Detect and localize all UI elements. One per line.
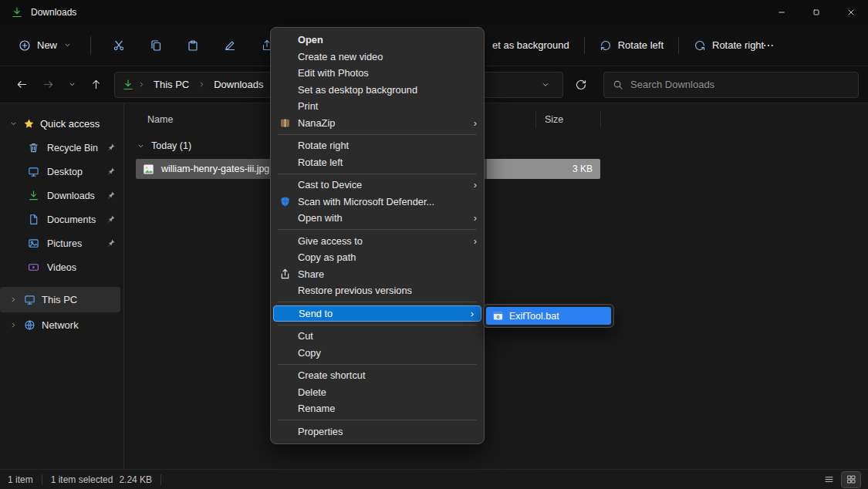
column-headers: Name Size — [124, 108, 868, 131]
submenu-arrow-icon: › — [464, 309, 474, 319]
chevron-down-icon — [137, 142, 145, 150]
column-header-name[interactable]: Name — [147, 114, 173, 125]
see-more-button[interactable] — [755, 33, 782, 58]
menu-item-create-a-new-video[interactable]: Create a new video — [271, 49, 484, 66]
bat-file-icon — [492, 310, 504, 322]
search-input[interactable] — [630, 79, 849, 90]
menu-separator — [278, 134, 477, 135]
menu-item-create-shortcut[interactable]: Create shortcut — [271, 367, 484, 384]
close-button[interactable] — [833, 0, 868, 25]
icon-gutter — [279, 140, 291, 152]
forward-button[interactable] — [35, 73, 60, 97]
chevron-down-icon — [63, 41, 72, 49]
breadcrumb-this-pc[interactable]: This PC — [148, 76, 194, 93]
sidebar-item-documents[interactable]: Documents — [0, 207, 123, 231]
sidebar-item-downloads[interactable]: Downloads — [0, 184, 123, 207]
pin-icon — [106, 238, 116, 248]
selection-count: 1 item selected — [51, 474, 113, 485]
shield-icon — [279, 195, 291, 207]
menu-item-give-access-to[interactable]: Give access to› — [271, 233, 484, 250]
send-to-submenu: ExifTool.bat — [483, 304, 614, 328]
back-button[interactable] — [9, 73, 34, 97]
location-downloads-icon — [122, 79, 134, 91]
plus-icon — [19, 39, 31, 52]
icon-gutter — [279, 67, 291, 79]
minimize-button[interactable] — [764, 0, 799, 25]
menu-item-cast-to-device[interactable]: Cast to Device› — [271, 177, 484, 194]
cut-button[interactable] — [103, 32, 135, 59]
menu-item-delete[interactable]: Delete — [271, 384, 484, 401]
copy-button[interactable] — [140, 32, 172, 59]
menu-item-set-as-desktop-background[interactable]: Set as desktop background — [271, 82, 484, 99]
address-dropdown-icon[interactable] — [535, 80, 556, 89]
up-button[interactable] — [83, 73, 108, 97]
icon-gutter — [279, 234, 291, 247]
set-as-background-button[interactable]: et as background — [485, 33, 577, 57]
rename-button[interactable] — [214, 32, 246, 59]
submenu-item-exiftool-bat[interactable]: ExifTool.bat — [486, 307, 611, 325]
menu-item-restore-previous-versions[interactable]: Restore previous versions — [271, 282, 484, 299]
copy-icon — [150, 39, 162, 52]
column-header-size[interactable]: Size — [545, 114, 563, 125]
sidebar-item-desktop[interactable]: Desktop — [0, 160, 123, 184]
icon-gutter — [279, 100, 291, 113]
new-button[interactable]: New — [9, 33, 81, 58]
submenu-arrow-icon: › — [468, 180, 477, 190]
file-name: william-henry-gates-iii.jpg — [161, 164, 269, 174]
nanazip-icon — [279, 116, 291, 129]
sidebar-item-network[interactable]: Network — [0, 312, 120, 338]
thumbnail-view-button[interactable] — [842, 472, 860, 487]
rotate-left-button[interactable]: Rotate left — [592, 33, 671, 58]
pin-icon — [106, 143, 116, 153]
context-menu: OpenCreate a new videoEdit with PhotosSe… — [270, 27, 485, 444]
menu-item-copy-as-path[interactable]: Copy as path — [271, 249, 484, 266]
paste-button[interactable] — [177, 32, 209, 59]
menu-item-open[interactable]: Open — [271, 32, 484, 49]
menu-item-properties[interactable]: Properties — [271, 423, 484, 440]
breadcrumb-downloads[interactable]: Downloads — [208, 76, 269, 93]
window-title: Downloads — [31, 7, 76, 18]
menu-item-print[interactable]: Print — [271, 98, 484, 115]
video-icon — [28, 261, 39, 273]
menu-item-cut[interactable]: Cut — [271, 328, 484, 345]
details-view-button[interactable] — [819, 472, 838, 487]
breadcrumb-chevron-icon — [137, 80, 146, 89]
icon-gutter — [279, 330, 291, 342]
submenu-arrow-icon: › — [468, 213, 477, 223]
rename-icon — [224, 39, 236, 52]
column-divider — [600, 111, 601, 128]
search-box[interactable] — [603, 72, 859, 98]
status-divider — [42, 474, 42, 485]
menu-item-rotate-left[interactable]: Rotate left — [271, 154, 484, 171]
icon-gutter — [279, 403, 291, 415]
menu-item-copy[interactable]: Copy — [271, 345, 484, 362]
menu-item-edit-with-photos[interactable]: Edit with Photos — [271, 65, 484, 82]
sidebar-item-pictures[interactable]: Pictures — [0, 231, 123, 255]
menu-item-rotate-right[interactable]: Rotate right — [271, 137, 484, 154]
menu-item-open-with[interactable]: Open with› — [271, 210, 484, 227]
pin-icon — [106, 167, 116, 177]
menu-item-send-to[interactable]: Send to› — [273, 305, 481, 322]
maximize-button[interactable] — [799, 0, 833, 25]
chevron-right-icon — [9, 295, 18, 304]
refresh-button[interactable] — [568, 73, 594, 97]
group-header-today[interactable]: Today (1) — [124, 134, 868, 157]
titlebar: Downloads — [0, 0, 868, 25]
sidebar-quick-access[interactable]: Quick access — [0, 111, 123, 136]
network-icon — [24, 319, 35, 331]
column-divider — [535, 111, 536, 128]
toolbar-icon-buttons — [100, 32, 285, 59]
sidebar-item-this-pc[interactable]: This PC — [0, 287, 120, 312]
rotate-right-icon — [694, 39, 706, 52]
submenu-arrow-icon: › — [468, 118, 477, 128]
sidebar-item-videos[interactable]: Videos — [0, 255, 123, 279]
menu-item-rename[interactable]: Rename — [271, 400, 484, 417]
recent-locations-button[interactable] — [62, 73, 82, 97]
status-bar: 1 item 1 item selected 2.24 KB — [0, 469, 868, 489]
menu-item-scan-with-microsoft-defender[interactable]: Scan with Microsoft Defender... — [271, 194, 484, 211]
menu-item-nanazip[interactable]: NanaZip› — [271, 115, 484, 132]
icon-gutter — [279, 179, 291, 191]
download-icon — [28, 190, 39, 201]
sidebar-item-recycle-bin[interactable]: Recycle Bin — [0, 136, 123, 160]
menu-item-share[interactable]: Share — [271, 266, 484, 283]
